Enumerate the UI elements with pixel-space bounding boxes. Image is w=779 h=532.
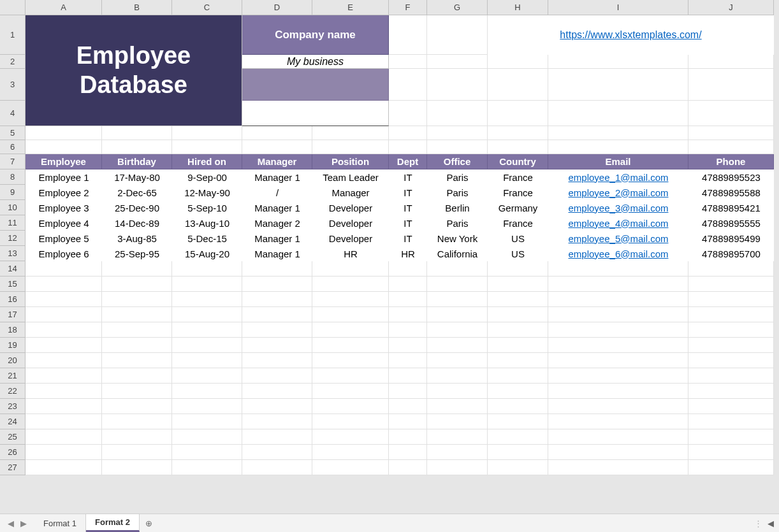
table-cell[interactable]: Employee 5 <box>25 231 102 246</box>
row-header-11[interactable]: 11 <box>0 215 25 231</box>
col-header-F[interactable]: F <box>389 0 427 15</box>
table-cell[interactable]: 5-Sep-10 <box>172 200 242 215</box>
company-blank-row[interactable] <box>242 101 389 126</box>
row-header-26[interactable]: 26 <box>0 445 25 460</box>
nav-prev-icon[interactable]: ◀ <box>8 519 14 528</box>
table-cell[interactable]: Paris <box>427 169 488 185</box>
template-link[interactable]: https://www.xlsxtemplates.com/ <box>488 15 774 55</box>
row-header-27[interactable]: 27 <box>0 460 25 475</box>
col-header-I[interactable]: I <box>548 0 688 15</box>
table-cell[interactable]: IT <box>389 185 427 200</box>
table-cell[interactable]: 17-May-80 <box>102 169 172 185</box>
table-header-country[interactable]: Country <box>488 154 548 169</box>
row-header-13[interactable]: 13 <box>0 246 25 261</box>
table-header-dept[interactable]: Dept <box>389 154 427 169</box>
table-cell[interactable]: France <box>488 169 548 185</box>
table-cell[interactable]: Berlin <box>427 200 488 215</box>
table-cell[interactable]: HR <box>312 246 389 261</box>
col-header-J[interactable]: J <box>688 0 774 15</box>
table-cell[interactable]: 14-Dec-89 <box>102 215 172 231</box>
table-cell[interactable]: 9-Sep-00 <box>172 169 242 185</box>
table-cell[interactable]: 47889895588 <box>688 185 774 200</box>
add-sheet-button[interactable]: ⊕ <box>140 514 159 532</box>
col-header-A[interactable]: A <box>25 0 102 15</box>
table-cell[interactable]: Employee 2 <box>25 185 102 200</box>
scroll-left-icon[interactable]: ◀ <box>768 519 774 528</box>
table-header-position[interactable]: Position <box>312 154 389 169</box>
row-header-2[interactable]: 2 <box>0 55 25 69</box>
table-cell[interactable]: Employee 3 <box>25 200 102 215</box>
table-cell[interactable]: 47889895700 <box>688 246 774 261</box>
table-cell[interactable]: 15-Aug-20 <box>172 246 242 261</box>
row-header-8[interactable]: 8 <box>0 169 25 185</box>
nav-next-icon[interactable]: ▶ <box>20 519 27 528</box>
table-cell[interactable]: 2-Dec-65 <box>102 185 172 200</box>
row-header-5[interactable]: 5 <box>0 126 25 140</box>
table-cell[interactable]: 12-May-90 <box>172 185 242 200</box>
table-cell[interactable]: IT <box>389 200 427 215</box>
table-cell[interactable]: Employee 4 <box>25 215 102 231</box>
table-cell[interactable]: Manager 1 <box>242 246 312 261</box>
table-cell[interactable]: Team Leader <box>312 169 389 185</box>
col-header-C[interactable]: C <box>172 0 242 15</box>
email-link[interactable]: employee_5@mail.com <box>548 231 688 246</box>
select-all-corner[interactable] <box>0 0 25 15</box>
row-header-21[interactable]: 21 <box>0 368 25 384</box>
col-header-E[interactable]: E <box>312 0 389 15</box>
row-header-9[interactable]: 9 <box>0 185 25 200</box>
table-header-phone[interactable]: Phone <box>688 154 774 169</box>
table-cell[interactable]: Manager 1 <box>242 169 312 185</box>
table-cell[interactable]: IT <box>389 169 427 185</box>
row-header-17[interactable]: 17 <box>0 307 25 322</box>
table-cell[interactable]: Developer <box>312 231 389 246</box>
table-cell[interactable]: Manager 1 <box>242 200 312 215</box>
table-cell[interactable]: Paris <box>427 185 488 200</box>
table-cell[interactable]: Employee 6 <box>25 246 102 261</box>
row-header-3[interactable]: 3 <box>0 69 25 101</box>
table-cell[interactable]: 13-Aug-10 <box>172 215 242 231</box>
table-cell[interactable]: 47889895555 <box>688 215 774 231</box>
row-header-14[interactable]: 14 <box>0 261 25 277</box>
table-cell[interactable]: IT <box>389 215 427 231</box>
row-header-10[interactable]: 10 <box>0 200 25 215</box>
sheet-nav-buttons[interactable]: ◀ ▶ <box>0 514 34 532</box>
table-cell[interactable]: France <box>488 215 548 231</box>
row-header-20[interactable]: 20 <box>0 353 25 368</box>
table-cell[interactable]: Manager 2 <box>242 215 312 231</box>
row-header-18[interactable]: 18 <box>0 322 25 338</box>
table-header-birthday[interactable]: Birthday <box>102 154 172 169</box>
table-cell[interactable]: France <box>488 185 548 200</box>
row-header-22[interactable]: 22 <box>0 384 25 399</box>
table-cell[interactable]: Manager <box>312 185 389 200</box>
sheet-tab-format-2[interactable]: Format 2 <box>86 514 140 532</box>
table-cell[interactable]: 47889895523 <box>688 169 774 185</box>
table-cell[interactable]: Germany <box>488 200 548 215</box>
col-header-B[interactable]: B <box>102 0 172 15</box>
table-cell[interactable]: New York <box>427 231 488 246</box>
row-header-7[interactable]: 7 <box>0 154 25 169</box>
row-header-4[interactable]: 4 <box>0 101 25 126</box>
table-cell[interactable]: Manager 1 <box>242 231 312 246</box>
table-cell[interactable]: 47889895421 <box>688 200 774 215</box>
email-link[interactable]: employee_3@mail.com <box>548 200 688 215</box>
table-cell[interactable]: Employee 1 <box>25 169 102 185</box>
horizontal-scroll[interactable]: ⋮ ◀ <box>749 514 779 532</box>
row-header-19[interactable]: 19 <box>0 338 25 353</box>
row-header-23[interactable]: 23 <box>0 399 25 414</box>
row-header-16[interactable]: 16 <box>0 292 25 307</box>
row-header-12[interactable]: 12 <box>0 231 25 246</box>
table-cell[interactable]: US <box>488 231 548 246</box>
spreadsheet-grid[interactable]: ABCDEFGHIJ123456789101112131415161718192… <box>0 0 779 475</box>
table-header-employee[interactable]: Employee <box>25 154 102 169</box>
table-cell[interactable]: Developer <box>312 200 389 215</box>
table-cell[interactable]: Paris <box>427 215 488 231</box>
table-cell[interactable]: HR <box>389 246 427 261</box>
row-header-1[interactable]: 1 <box>0 15 25 55</box>
table-cell[interactable]: 47889895499 <box>688 231 774 246</box>
table-cell[interactable]: / <box>242 185 312 200</box>
table-cell[interactable]: 3-Aug-85 <box>102 231 172 246</box>
table-header-manager[interactable]: Manager <box>242 154 312 169</box>
table-cell[interactable]: 5-Dec-15 <box>172 231 242 246</box>
company-name-cell[interactable]: My business <box>242 55 389 69</box>
col-header-G[interactable]: G <box>427 0 488 15</box>
